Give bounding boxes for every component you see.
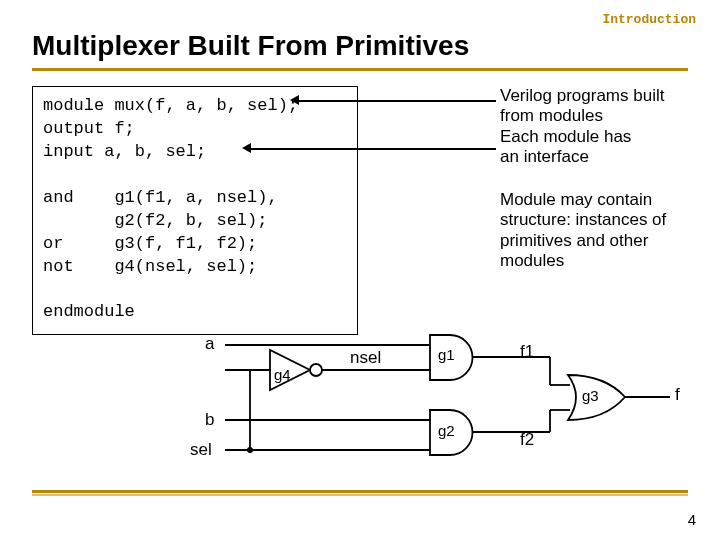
label-f2: f2 xyxy=(520,430,534,450)
code-line: module mux(f, a, b, sel); xyxy=(43,96,298,115)
label-b: b xyxy=(205,410,214,430)
label-sel: sel xyxy=(190,440,212,460)
code-line: input a, b, sel; xyxy=(43,142,206,161)
annot-line: Verilog programs built xyxy=(500,86,664,106)
title-underline xyxy=(32,68,688,71)
annotation-modules: Verilog programs built from modules Each… xyxy=(500,86,664,168)
arrow-to-interface xyxy=(248,148,496,150)
footer-rule xyxy=(32,490,688,493)
annot-line: Module may contain xyxy=(500,190,666,210)
arrow-to-module xyxy=(296,100,496,102)
label-a: a xyxy=(205,334,214,354)
footer-rule-light xyxy=(32,494,688,496)
arrow-head xyxy=(242,143,251,153)
page-number: 4 xyxy=(688,511,696,528)
annot-line: primitives and other xyxy=(500,231,666,251)
annotation-structure: Module may contain structure: instances … xyxy=(500,190,666,272)
annot-line: from modules xyxy=(500,106,664,126)
code-line: endmodule xyxy=(43,302,135,321)
label-g4: g4 xyxy=(274,366,291,383)
code-line: g2(f2, b, sel); xyxy=(43,211,267,230)
code-line: not g4(nsel, sel); xyxy=(43,257,257,276)
code-line: output f; xyxy=(43,119,135,138)
page-title: Multiplexer Built From Primitives xyxy=(32,30,469,62)
section-header: Introduction xyxy=(602,12,696,27)
annot-line: an interface xyxy=(500,147,664,167)
svg-point-0 xyxy=(310,364,322,376)
label-f1: f1 xyxy=(520,342,534,362)
label-f: f xyxy=(675,385,680,405)
code-block: module mux(f, a, b, sel); output f; inpu… xyxy=(32,86,358,335)
arrow-head xyxy=(290,95,299,105)
label-g1: g1 xyxy=(438,346,455,363)
label-g2: g2 xyxy=(438,422,455,439)
circuit-svg xyxy=(150,330,690,480)
circuit-diagram: a b sel g4 nsel g1 g2 f1 f2 g3 f xyxy=(150,330,690,480)
label-nsel: nsel xyxy=(350,348,381,368)
svg-point-10 xyxy=(247,447,253,453)
annot-line: modules xyxy=(500,251,666,271)
label-g3: g3 xyxy=(582,387,599,404)
code-line: and g1(f1, a, nsel), xyxy=(43,188,278,207)
annot-line: Each module has xyxy=(500,127,664,147)
code-line: or g3(f, f1, f2); xyxy=(43,234,257,253)
annot-line: structure: instances of xyxy=(500,210,666,230)
